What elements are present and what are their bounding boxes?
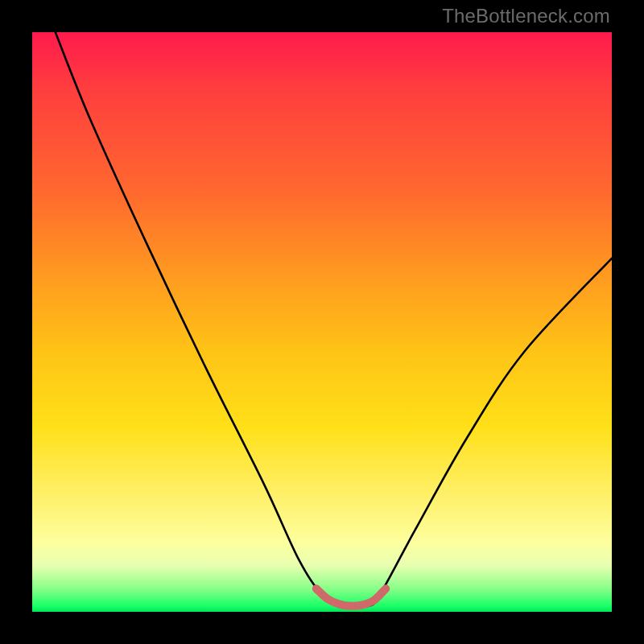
optimal-region-marker	[316, 588, 386, 606]
chart-frame: TheBottleneck.com	[0, 0, 644, 644]
bottleneck-curve	[56, 32, 612, 608]
curve-svg	[32, 32, 612, 612]
watermark-text: TheBottleneck.com	[442, 5, 610, 27]
plot-area	[32, 32, 612, 612]
